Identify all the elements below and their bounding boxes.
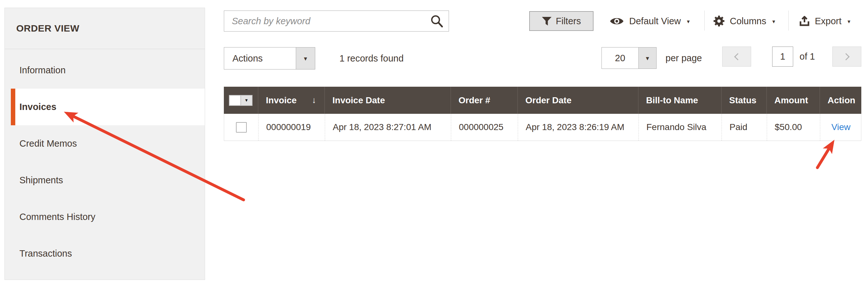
search-input[interactable] [224, 10, 449, 32]
previous-page-button[interactable] [722, 47, 751, 67]
columns-control[interactable]: Columns ▼ [713, 11, 776, 31]
column-header-order-number[interactable]: Order # [451, 87, 518, 114]
per-page-dropdown[interactable]: 20 ▼ [601, 47, 657, 69]
caret-down-icon: ▼ [245, 98, 249, 103]
total-pages-label: of 1 [800, 47, 815, 67]
cell-amount: $50.00 [767, 114, 820, 141]
select-all-header-cell: ▼ [224, 87, 258, 114]
chevron-down-icon: ▼ [686, 18, 691, 24]
per-page-caret-button[interactable]: ▼ [639, 48, 656, 68]
view-label: Default View [629, 16, 681, 26]
gear-icon [713, 15, 725, 27]
chevron-right-icon [842, 53, 849, 60]
chevron-down-icon: ▼ [847, 18, 851, 24]
export-icon [799, 16, 810, 26]
view-invoice-link[interactable]: View [831, 122, 850, 132]
order-view-sidebar: ORDER VIEW Information Invoices Credit M… [4, 8, 205, 280]
filters-button[interactable]: Filters [529, 11, 593, 31]
column-header-invoice[interactable]: Invoice ↓ [258, 87, 324, 114]
toolbar-divider [704, 10, 705, 31]
row-select-cell [224, 114, 258, 141]
caret-down-icon: ▼ [303, 55, 308, 61]
view-switcher[interactable]: Default View ▼ [610, 11, 691, 31]
cell-order-date: Apr 18, 2023 8:26:19 AM [518, 114, 639, 141]
table-row: 000000019 Apr 18, 2023 8:27:01 AM 000000… [224, 114, 861, 141]
cell-status: Paid [721, 114, 767, 141]
actions-dropdown[interactable]: Actions ▼ [224, 47, 315, 69]
search-button[interactable] [430, 14, 444, 28]
select-all-control[interactable]: ▼ [229, 95, 252, 106]
cell-bill-to-name: Fernando Silva [639, 114, 721, 141]
invoices-grid: ▼ Invoice ↓ Invoice Date Order # Order D… [224, 87, 861, 141]
column-header-order-date[interactable]: Order Date [518, 87, 638, 114]
toolbar-divider [788, 10, 789, 31]
sidebar-item-credit-memos[interactable]: Credit Memos [5, 125, 205, 162]
column-header-bill-to-name[interactable]: Bill-to Name [638, 87, 721, 114]
export-control[interactable]: Export ▼ [799, 11, 851, 31]
cell-action: View [820, 114, 862, 141]
current-page-input[interactable] [772, 47, 793, 67]
actions-label: Actions [224, 48, 296, 69]
export-label: Export [815, 16, 842, 26]
filter-funnel-icon [542, 16, 552, 26]
cell-invoice-date: Apr 18, 2023 8:27:01 AM [325, 114, 451, 141]
sidebar-item-shipments[interactable]: Shipments [5, 162, 205, 199]
per-page-value: 20 [602, 48, 639, 68]
column-header-status[interactable]: Status [721, 87, 767, 114]
actions-caret-button[interactable]: ▼ [296, 48, 315, 69]
sidebar-items: Information Invoices Credit Memos Shipme… [5, 49, 205, 272]
annotation-arrow-to-view-link [817, 143, 832, 168]
grid-header-row: ▼ Invoice ↓ Invoice Date Order # Order D… [224, 87, 861, 114]
chevron-down-icon: ▼ [771, 18, 776, 24]
select-all-caret-button[interactable]: ▼ [241, 96, 252, 105]
select-all-checkbox[interactable] [229, 96, 241, 105]
chevron-left-icon [734, 53, 741, 60]
next-page-button[interactable] [832, 47, 861, 67]
cell-order-number: 000000025 [451, 114, 518, 141]
sidebar-item-information[interactable]: Information [5, 52, 205, 89]
sidebar-item-transactions[interactable]: Transactions [5, 235, 205, 272]
filters-label: Filters [556, 16, 581, 26]
per-page-label: per page [665, 47, 702, 69]
column-header-invoice-date[interactable]: Invoice Date [324, 87, 451, 114]
column-header-amount[interactable]: Amount [767, 87, 819, 114]
row-checkbox[interactable] [236, 122, 247, 133]
sidebar-item-invoices[interactable]: Invoices [11, 89, 205, 125]
cell-invoice: 000000019 [258, 114, 325, 141]
eye-icon [610, 16, 624, 26]
sidebar-item-comments-history[interactable]: Comments History [5, 199, 205, 235]
sort-descending-icon: ↓ [312, 95, 316, 105]
search-icon [430, 14, 444, 28]
keyword-search [224, 10, 449, 32]
columns-label: Columns [730, 16, 766, 26]
caret-down-icon: ▼ [645, 55, 650, 61]
column-header-action[interactable]: Action [819, 87, 861, 114]
sidebar-title: ORDER VIEW [5, 8, 205, 49]
records-found-label: 1 records found [339, 47, 404, 69]
